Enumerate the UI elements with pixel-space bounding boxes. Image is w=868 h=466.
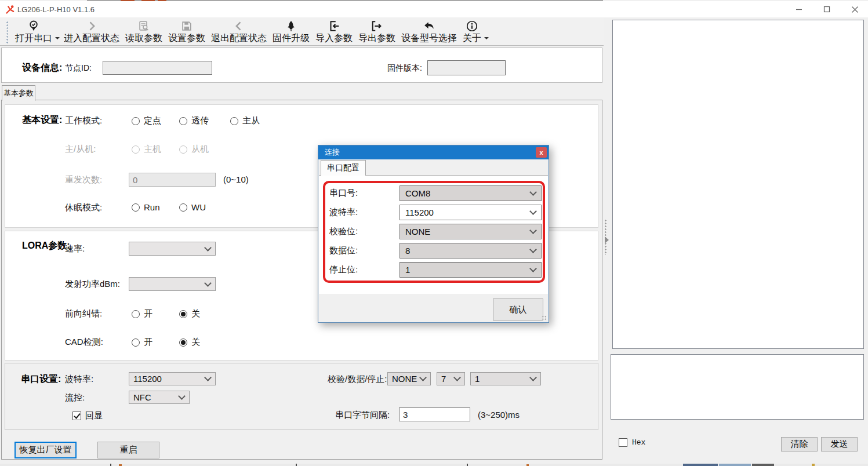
toolbar-enter-config-button[interactable]: 进入配置状态: [61, 16, 122, 45]
rate-label: 速率:: [65, 243, 85, 254]
connect-dialog-titlebar[interactable]: 连接 x: [318, 145, 549, 159]
rate-select[interactable]: [129, 242, 216, 256]
echo-checkbox-row[interactable]: 回显: [72, 410, 103, 421]
radio-cad-off[interactable]: 关: [179, 337, 200, 348]
radio-label: WU: [191, 202, 206, 212]
hex-checkbox-row[interactable]: Hex: [619, 438, 645, 447]
hex-checkbox[interactable]: [619, 438, 627, 447]
tab-basic-params-label: 基本参数: [3, 88, 34, 99]
firmware-version-field[interactable]: [427, 60, 506, 75]
chevron-right-icon: [86, 19, 97, 33]
radio-icon: [132, 338, 140, 347]
minimize-button[interactable]: [786, 1, 812, 17]
tab-basic-params[interactable]: 基本参数: [2, 85, 35, 101]
dialog-close-button[interactable]: x: [536, 147, 547, 158]
tab-serial-config[interactable]: 串口配置: [321, 160, 366, 176]
radio-fec-off[interactable]: 关: [179, 308, 200, 319]
toolbar-exit-config-button[interactable]: 退出配置状态: [208, 16, 270, 45]
clear-label: 清除: [791, 439, 808, 450]
send-button[interactable]: 发送: [821, 437, 858, 452]
clear-button[interactable]: 清除: [781, 437, 818, 452]
toolbar: 打开串口 进入配置状态 读取参数 设置参数 退出配置状态: [0, 17, 604, 46]
radio-icon: [179, 145, 187, 154]
toolbar-label: 设置参数: [168, 33, 205, 43]
toolbar-write-params-button[interactable]: 设置参数: [165, 16, 208, 45]
reboot-button[interactable]: 重启: [97, 442, 159, 458]
import-icon: [328, 19, 340, 33]
byte-interval-hint: (3~250)ms: [478, 410, 520, 420]
open-serial-dropdown-caret[interactable]: [55, 37, 60, 39]
echo-checkbox[interactable]: [72, 412, 81, 420]
toolbar-about-button[interactable]: 关于: [460, 16, 484, 45]
highlight-red-box: [323, 181, 545, 283]
toolbar-read-params-button[interactable]: 读取参数: [122, 16, 165, 45]
radio-icon: [132, 310, 140, 318]
radio-label: 透传: [191, 115, 209, 126]
splitter-collapse-arrow-icon[interactable]: [605, 236, 609, 243]
flow-control-select[interactable]: NFC: [129, 391, 190, 404]
cad-label: CAD检测:: [65, 337, 103, 348]
radio-icon: [179, 338, 187, 347]
device-info-title: 设备信息:: [22, 62, 62, 74]
master-slave-label: 主/从机:: [65, 144, 96, 155]
radio-icon: [132, 117, 140, 125]
retry-count-field[interactable]: [129, 173, 216, 187]
radio-slave[interactable]: 从机: [179, 144, 209, 155]
tab-serial-config-label: 串口配置: [327, 163, 359, 173]
receive-log-area[interactable]: [612, 20, 864, 349]
info-icon: [466, 19, 478, 33]
send-text-area[interactable]: [611, 354, 864, 420]
flow-control-label: 流控:: [65, 392, 85, 403]
dialog-resize-grip[interactable]: [542, 315, 547, 321]
stop-bits-select[interactable]: 1: [470, 372, 541, 385]
fec-label: 前向纠错:: [65, 308, 102, 319]
toolbar-export-params-button[interactable]: 导出参数: [355, 16, 398, 45]
radio-master[interactable]: 主机: [132, 144, 161, 155]
byte-interval-field[interactable]: [399, 407, 470, 421]
chevron-down-icon: [529, 374, 537, 381]
chevron-down-icon: [204, 279, 212, 287]
parity-select[interactable]: NONE: [387, 372, 431, 385]
node-id-label: 节点ID:: [65, 63, 92, 74]
radio-work-mode-fixed[interactable]: 定点: [132, 115, 161, 126]
chevron-down-icon: [204, 374, 212, 381]
toolbar-firmware-upgrade-button[interactable]: 固件升级: [270, 16, 313, 45]
factory-reset-button[interactable]: 恢复出厂设置: [14, 442, 77, 458]
select-value: NFC: [133, 392, 151, 402]
radio-icon: [132, 203, 140, 212]
close-button[interactable]: [842, 1, 867, 17]
rocket-icon: [285, 19, 297, 33]
about-dropdown-caret[interactable]: [484, 37, 489, 39]
toolbar-label: 设备型号选择: [401, 33, 457, 43]
toolbar-grip[interactable]: [6, 21, 9, 44]
radio-icon: [179, 310, 187, 318]
radio-work-mode-master-slave[interactable]: 主从: [230, 115, 260, 126]
radio-sleep-wu[interactable]: WU: [179, 202, 206, 212]
maximize-button[interactable]: [814, 1, 840, 17]
doc-search-icon: [137, 19, 150, 33]
bottom-edge-tick: [467, 464, 468, 466]
bottom-edge-cluster: [683, 464, 718, 466]
serial-baud-select[interactable]: 115200: [129, 372, 216, 385]
radio-work-mode-transparent[interactable]: 透传: [179, 115, 209, 126]
chevron-down-icon: [178, 392, 186, 400]
radio-sleep-run[interactable]: Run: [132, 202, 160, 212]
confirm-button[interactable]: 确认: [493, 298, 543, 321]
radio-cad-on[interactable]: 开: [132, 337, 152, 348]
radio-icon: [132, 145, 140, 154]
node-id-field[interactable]: [103, 61, 212, 75]
radio-icon: [179, 117, 187, 125]
radio-fec-on[interactable]: 开: [132, 308, 152, 319]
toolbar-label: 关于: [463, 33, 481, 43]
serial-settings-title: 串口设置:: [21, 373, 61, 385]
app-logo-icon: [5, 5, 15, 17]
data-bits-select[interactable]: 7: [437, 372, 465, 385]
radio-label: 关: [191, 308, 200, 319]
radio-label: Run: [144, 202, 160, 212]
tx-power-select[interactable]: [129, 277, 216, 291]
window-title: LG206-L-P-H10 V1.1.6: [17, 5, 95, 14]
toolbar-open-serial-button[interactable]: 打开串口: [12, 16, 55, 45]
toolbar-device-model-button[interactable]: 设备型号选择: [398, 16, 460, 45]
connect-dialog-title: 连接: [325, 147, 340, 158]
toolbar-import-params-button[interactable]: 导入参数: [313, 16, 355, 45]
